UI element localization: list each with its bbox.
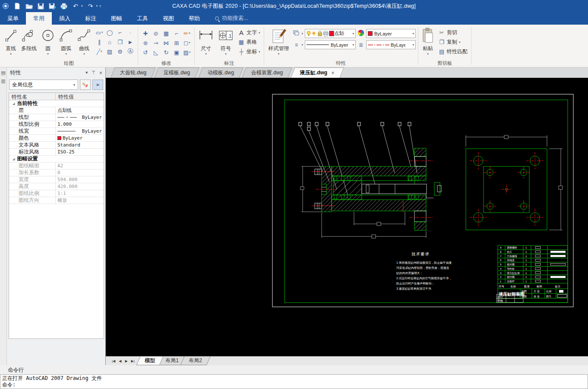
rotate-left-icon[interactable]: ↺ xyxy=(140,48,151,57)
doc-tab-动模板.dwg[interactable]: 动模板.dwg xyxy=(198,67,243,78)
new-file-icon[interactable] xyxy=(13,2,21,10)
symbol-button[interactable]: .1 符号▾ xyxy=(217,26,235,56)
array-icon[interactable]: ▦ xyxy=(161,29,171,38)
menu-tab-插入[interactable]: 插入 xyxy=(52,12,78,25)
scale-icon[interactable]: ⊞ xyxy=(171,38,182,48)
spline-button[interactable]: 曲线▾ xyxy=(76,26,92,56)
collapse-icon[interactable]: ◢ xyxy=(13,102,15,105)
property-row-标注风格[interactable]: 标注风格ISO-25 xyxy=(9,149,104,156)
move-icon[interactable]: ✚ xyxy=(140,29,151,38)
drawing-canvas[interactable]: 技术要求 1.保持液压缸内部油液清洁，防止由于油液污染造成缸内壁划伤，密封失效，… xyxy=(106,78,588,356)
linetype-combo[interactable]: ByLayer ▾ xyxy=(305,40,356,49)
ellipse-icon[interactable]: ◯ xyxy=(104,28,115,37)
property-row-加长系数[interactable]: 加长系数0 xyxy=(9,169,104,176)
gear-icon[interactable]: ⚙ xyxy=(115,47,125,56)
property-row-图纸比例[interactable]: 图纸比例1:1 xyxy=(9,190,104,197)
property-row-文本风格[interactable]: 文本风格Standard xyxy=(9,142,104,149)
point-icon[interactable]: · xyxy=(125,28,136,37)
arc-button[interactable]: 圆弧▾ xyxy=(58,26,74,56)
property-row-图纸方向[interactable]: 图纸方向横放 xyxy=(9,197,104,204)
menu-tab-帮助[interactable]: 帮助 xyxy=(181,12,207,25)
explode-icon[interactable]: ▣ xyxy=(171,48,182,57)
edit-properties-button[interactable]: ✎✗ xyxy=(80,80,91,90)
redo-dropdown-icon[interactable]: ▾ xyxy=(96,4,98,8)
doc-tab-定模板.dwg[interactable]: 定模板.dwg xyxy=(155,67,200,78)
menu-tab-视图[interactable]: 视图 xyxy=(155,12,181,25)
property-row-图幅设置[interactable]: ◢图幅设置 xyxy=(9,156,104,163)
prev-layout-icon[interactable]: ◀ xyxy=(119,359,121,363)
polygon-icon[interactable]: ⌂ xyxy=(104,37,115,47)
color-wheel-icon[interactable] xyxy=(357,29,364,38)
property-row-高度[interactable]: 高度420.000 xyxy=(9,183,104,190)
offset-icon[interactable]: ⊚ xyxy=(140,38,151,48)
lineweight-tool-icon[interactable]: ≣ xyxy=(357,42,364,48)
print-icon[interactable] xyxy=(60,2,68,10)
arrow-icon[interactable]: ► xyxy=(125,37,136,47)
linetype-tool-icon[interactable]: ≡ xyxy=(293,42,300,48)
customize-toolbar-icon[interactable]: ▿ xyxy=(99,4,101,8)
table-button[interactable]: ▦表格 xyxy=(237,38,262,46)
menu-tab-常用[interactable]: 常用 xyxy=(26,12,52,25)
panel-dropdown-icon[interactable]: ▾ xyxy=(85,70,88,76)
model-tab-模型[interactable]: 模型 xyxy=(136,357,163,365)
menu-tab-标注[interactable]: 标注 xyxy=(78,12,104,25)
text-button[interactable]: A文字▾ xyxy=(237,28,262,37)
stretch-icon[interactable]: ⌐ xyxy=(171,29,182,38)
panel-pin-icon[interactable]: ⊤ xyxy=(92,70,95,76)
hatch-edit-icon[interactable]: ▨▾ xyxy=(182,48,192,57)
linetype2-combo[interactable]: ByLayer ▾ xyxy=(366,40,416,49)
dimension-button[interactable]: 尺寸▾ xyxy=(197,26,215,56)
property-row-线宽[interactable]: 线宽ByLayer xyxy=(9,128,104,135)
trim-icon[interactable]: ⊘ xyxy=(151,29,161,38)
parallel-line-icon[interactable]: ∥ xyxy=(94,37,104,47)
undo-icon[interactable]: ↶ xyxy=(72,2,79,10)
construction-line-icon[interactable]: ╱▾ xyxy=(94,47,104,56)
redo-icon[interactable]: ↷ xyxy=(87,2,95,10)
rect-edit-icon[interactable]: ◻▾ xyxy=(182,38,192,48)
property-row-宽度[interactable]: 宽度594.000 xyxy=(9,176,104,183)
layer-tool-icon[interactable] xyxy=(293,30,300,37)
doc-tab-液压缸.dwg[interactable]: 液压缸.dwg× xyxy=(291,67,345,78)
edit-pen-icon[interactable]: ✏▾ xyxy=(182,29,192,38)
properties-palette-icon[interactable]: ▤ xyxy=(1,70,5,76)
collapse-icon[interactable]: ◢ xyxy=(13,157,15,161)
save-as-icon[interactable] xyxy=(48,2,56,10)
library-palette-icon[interactable]: ▥ xyxy=(1,78,5,84)
match-properties-button[interactable]: ▤特性匹配 xyxy=(437,47,469,56)
function-search[interactable]: 功能搜索... xyxy=(215,12,248,25)
scope-combo[interactable]: 全局信息 ▾ xyxy=(9,80,78,90)
doc-tab-大齿轮.dwg[interactable]: 大齿轮.dwg xyxy=(111,67,156,78)
rectangle-icon[interactable]: ▭▾ xyxy=(94,28,104,37)
curve-fit-icon[interactable]: ⌐ xyxy=(115,28,125,37)
block-icon[interactable]: ❐ xyxy=(115,37,125,47)
coordinate-button[interactable]: ┼坐标▾ xyxy=(237,47,262,56)
circle-button[interactable]: 圆▾ xyxy=(40,26,56,56)
property-row-线型[interactable]: 线型·ByLayer xyxy=(9,114,104,121)
hatch-icon[interactable]: ▨ xyxy=(104,47,115,56)
command-input[interactable]: 正在打开 AutoCAD 2007 Drawing 文件 命令: xyxy=(0,374,588,389)
rotate-icon[interactable]: ↻ xyxy=(161,48,171,57)
property-row-颜色[interactable]: 颜色ByLayer xyxy=(9,135,104,142)
panel-close-icon[interactable]: × xyxy=(99,70,102,76)
save-icon[interactable] xyxy=(37,2,44,10)
menu-tab-菜单[interactable]: 菜单 xyxy=(0,12,26,25)
polyline-button[interactable]: 多段线 xyxy=(20,26,38,53)
undo-dropdown-icon[interactable]: ▾ xyxy=(81,4,83,8)
next-layout-icon[interactable]: ▶ xyxy=(125,359,127,363)
copy-button[interactable]: ❐复制▾ xyxy=(437,38,469,46)
style-manager-button[interactable]: 样式管理▾ xyxy=(266,26,291,56)
chamfer-icon[interactable]: ◺ xyxy=(151,48,161,57)
line-button[interactable]: 直线▾ xyxy=(3,26,18,56)
extend-icon[interactable]: ⊸ xyxy=(151,38,161,48)
menu-tab-图幅[interactable]: 图幅 xyxy=(104,12,130,25)
model-tab-布局2[interactable]: 布局2 xyxy=(180,357,211,365)
property-row-线型比例[interactable]: 线型比例1.000 xyxy=(9,121,104,128)
cut-button[interactable]: ✂剪切 xyxy=(437,28,469,37)
select-entities-button[interactable]: ➢ xyxy=(92,80,103,90)
open-file-icon[interactable] xyxy=(25,2,33,10)
property-row-当前特性[interactable]: ◢当前特性 xyxy=(9,100,104,107)
layer-combo[interactable]: 点划线 ▾ xyxy=(305,29,356,38)
color-combo[interactable]: ByLayer ▾ xyxy=(366,29,416,38)
first-layout-icon[interactable]: |◀ xyxy=(112,359,115,363)
doc-tab-close-icon[interactable]: × xyxy=(332,70,335,76)
